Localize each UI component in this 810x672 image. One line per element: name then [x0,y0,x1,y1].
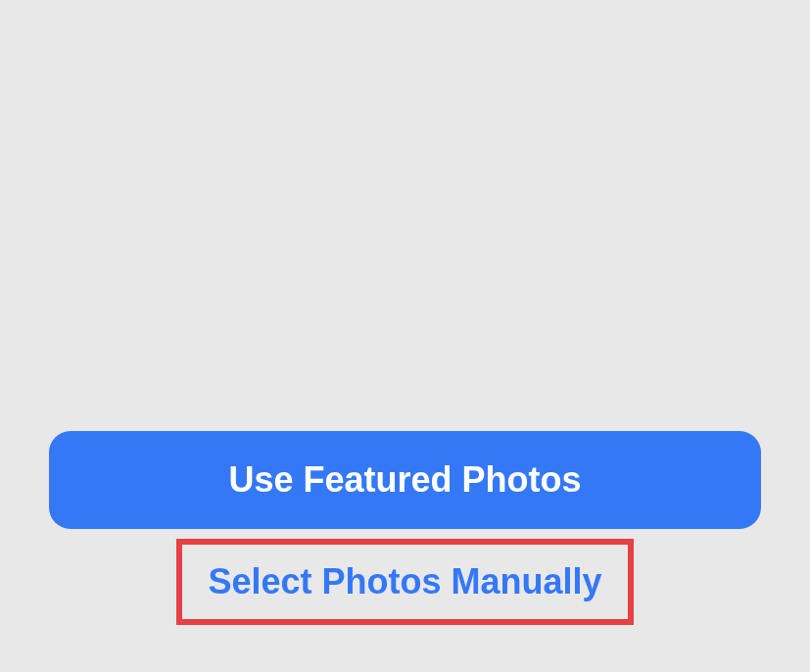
use-featured-photos-button[interactable]: Use Featured Photos [49,431,761,529]
select-photos-manually-button[interactable]: Select Photos Manually [182,545,627,619]
highlight-annotation: Select Photos Manually [176,539,633,625]
button-container: Use Featured Photos Select Photos Manual… [49,431,761,625]
